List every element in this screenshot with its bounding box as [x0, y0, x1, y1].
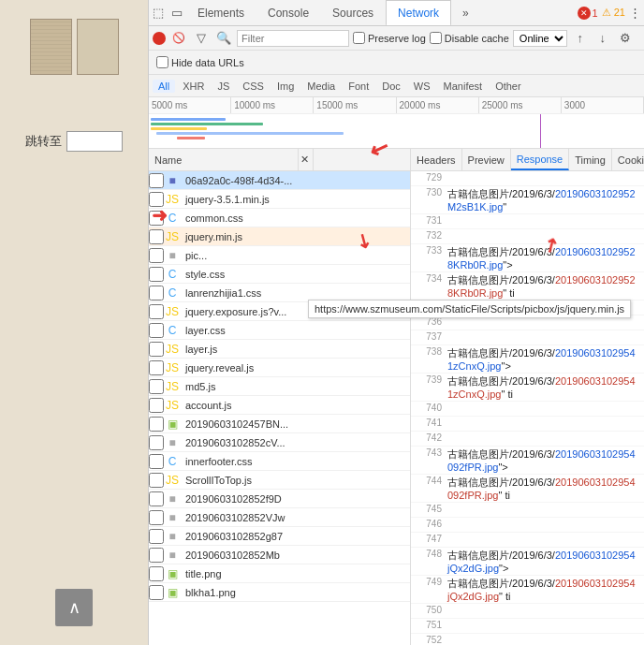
disable-cache-checkbox[interactable]: Disable cache [430, 32, 509, 44]
tab-headers[interactable]: Headers [411, 149, 462, 170]
type-doc[interactable]: Doc [376, 80, 406, 93]
type-manifest[interactable]: Manifest [438, 80, 489, 93]
table-row[interactable]: C layer.css [149, 321, 410, 340]
tab-sources[interactable]: Sources [321, 0, 386, 26]
file-name: layer.js [182, 340, 331, 358]
row-checkbox[interactable] [149, 286, 164, 301]
table-row[interactable]: ■ 20190603102852f9D [149, 490, 410, 508]
row-checkbox[interactable] [149, 248, 164, 263]
line-number: 731 [415, 215, 447, 226]
throttling-select[interactable]: Online [513, 30, 567, 47]
row-checkbox[interactable] [149, 304, 164, 319]
row-checkbox[interactable] [149, 173, 164, 188]
tab-response[interactable]: Response [511, 149, 570, 170]
row-checkbox[interactable] [149, 192, 164, 207]
scroll-top-button[interactable]: ∧ [55, 589, 93, 626]
row-checkbox[interactable] [149, 585, 164, 600]
tab-console[interactable]: Console [256, 0, 321, 26]
row-checkbox[interactable] [149, 323, 164, 338]
row-checkbox[interactable] [149, 398, 164, 413]
file-name: ScrollIToTop.js [182, 471, 331, 489]
line-content: 古籍信息图片/2019/6/3/20190603102954 1zCnxQ.jp… [447, 346, 640, 372]
filter-input[interactable] [237, 30, 349, 47]
preserve-log-checkbox[interactable]: Preserve log [353, 32, 426, 44]
row-checkbox[interactable] [149, 454, 164, 469]
table-row[interactable]: JS layer.js [149, 340, 410, 359]
th-close[interactable]: ✕ [299, 149, 314, 170]
css-icon: C [166, 286, 179, 300]
tab-more[interactable]: » [451, 0, 481, 26]
table-row[interactable]: ■ pic... [149, 246, 410, 265]
row-checkbox[interactable] [149, 267, 164, 282]
line-content: 古籍信息图片/2019/6/3/20190603102954 1zCnxQ.jp… [447, 374, 640, 400]
table-row[interactable]: JS account.js [149, 396, 410, 415]
table-row[interactable]: JS jquery-3.5.1.min.js [149, 190, 410, 209]
line-number: 734 [415, 273, 447, 284]
clear-icon[interactable]: 🚫 [169, 29, 188, 48]
js-icon: JS [166, 474, 179, 487]
table-row[interactable]: JS jquery.min.js [149, 227, 410, 246]
table-row[interactable]: ■ 20190603102852g87 [149, 527, 410, 546]
tab-network[interactable]: Network [386, 0, 451, 26]
row-checkbox[interactable] [149, 548, 164, 563]
th-name[interactable]: Name [149, 149, 299, 170]
row-checkbox[interactable] [149, 473, 164, 488]
file-name: md5.js [182, 377, 331, 395]
row-checkbox[interactable] [149, 529, 164, 544]
error-indicator: ✕ 1 [578, 7, 598, 20]
table-row[interactable]: ▣ blkha1.png [149, 583, 410, 602]
table-row[interactable]: C common.css [149, 209, 410, 227]
type-img[interactable]: Img [271, 80, 300, 93]
row-checkbox[interactable] [149, 229, 164, 244]
type-font[interactable]: Font [343, 80, 374, 93]
row-checkbox[interactable] [149, 510, 164, 525]
type-css[interactable]: CSS [237, 80, 270, 93]
record-button[interactable] [153, 32, 166, 45]
file-name: 06a92a0c-498f-4d34-... [182, 171, 331, 189]
line-content: 古籍信息图片/2019/6/3/20190603102954 092fPR.jp… [447, 476, 640, 501]
table-row[interactable]: ▣ 20190603102457BN... [149, 415, 410, 433]
line-content: 古籍信息图片/2019/6/3/20190603102954 092fPR.jp… [447, 447, 640, 473]
type-media[interactable]: Media [301, 80, 341, 93]
row-checkbox[interactable] [149, 360, 164, 375]
row-checkbox[interactable] [149, 566, 164, 581]
table-row[interactable]: JS jquery.reveal.js [149, 359, 410, 377]
tab-cookies[interactable]: Cookies [612, 149, 644, 170]
filter-icon[interactable]: ▽ [192, 29, 211, 48]
type-js[interactable]: JS [212, 80, 235, 93]
type-ws[interactable]: WS [408, 80, 436, 93]
tab-elements[interactable]: Elements [186, 0, 256, 26]
js-icon: JS [166, 305, 179, 318]
import-icon[interactable]: ↑ [571, 29, 590, 48]
row-checkbox[interactable] [149, 342, 164, 357]
inspect-icon[interactable]: ⬚ [149, 4, 168, 22]
row-checkbox[interactable] [149, 211, 164, 226]
row-checkbox[interactable] [149, 417, 164, 432]
hide-data-urls-checkbox[interactable]: Hide data URLs [156, 56, 244, 68]
table-row[interactable]: ■ 20190603102852VJw [149, 508, 410, 527]
table-row[interactable]: C style.css [149, 265, 410, 284]
device-icon[interactable]: ▭ [168, 4, 186, 22]
table-row[interactable]: ■ 20190603102852Mb [149, 546, 410, 564]
timeline-bar-4 [156, 132, 344, 135]
table-row[interactable]: ▣ title.png [149, 564, 410, 583]
response-line: 733 古籍信息图片/2019/6/3/20190603102952 8KRb0… [411, 244, 644, 272]
jump-input[interactable] [66, 131, 123, 152]
type-all[interactable]: All [153, 80, 175, 93]
search-icon[interactable]: 🔍 [214, 29, 233, 48]
table-row[interactable]: C innerfooter.css [149, 452, 410, 471]
row-checkbox[interactable] [149, 435, 164, 450]
export-icon[interactable]: ↓ [593, 29, 612, 48]
table-row[interactable]: ■ 06a92a0c-498f-4d34-... [149, 171, 410, 190]
type-xhr[interactable]: XHR [177, 80, 210, 93]
tab-timing[interactable]: Timing [569, 149, 612, 170]
tab-preview[interactable]: Preview [462, 149, 511, 170]
more-options-icon[interactable]: ⋮ [625, 4, 644, 22]
table-row[interactable]: ■ 20190603102852cV... [149, 433, 410, 452]
row-checkbox[interactable] [149, 379, 164, 394]
table-row[interactable]: JS ScrollIToTop.js [149, 471, 410, 490]
settings-icon[interactable]: ⚙ [616, 29, 635, 48]
type-other[interactable]: Other [490, 80, 527, 93]
row-checkbox[interactable] [149, 491, 164, 506]
table-row[interactable]: JS md5.js [149, 377, 410, 396]
